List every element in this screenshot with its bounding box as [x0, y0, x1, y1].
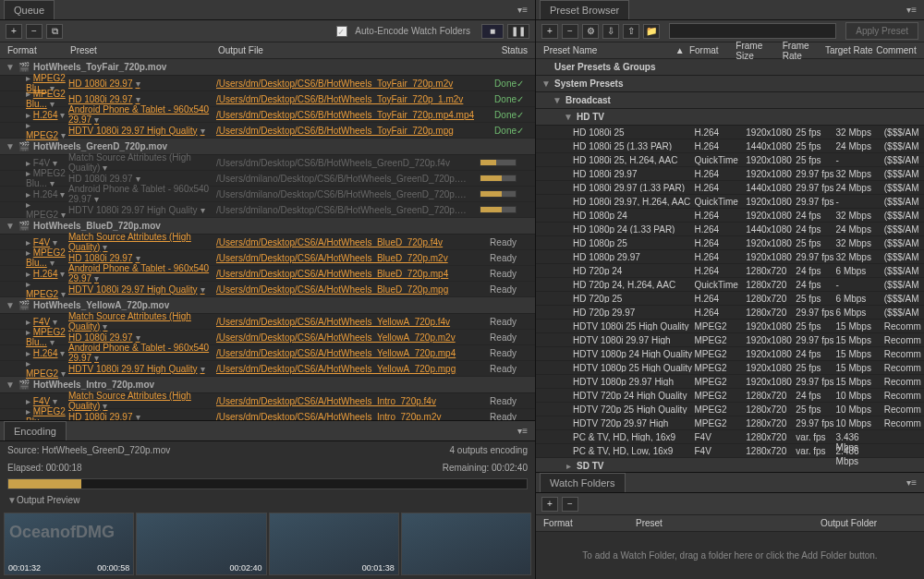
queue-row[interactable]: ▸ H.264▾Android Phone & Tablet - 960x540…: [0, 187, 535, 202]
preset-row[interactable]: HD 1080p 24 (1.33 PAR)H.2641440x108024 f…: [536, 223, 924, 236]
preset-row[interactable]: HDTV 1080i 25 High QualityMPEG21920x1080…: [536, 320, 924, 333]
queue-row[interactable]: ▸ F4V▾Match Source Attributes (High Qual…: [0, 235, 535, 250]
preset-row[interactable]: HDTV 1080p 25 High QualityMPEG21920x1080…: [536, 361, 924, 375]
preview-thumbnail: 00:01:3200:00:58: [4, 513, 134, 575]
preset-row[interactable]: HD 1080i 29.97, H.264, AAC 48kHzQuickTim…: [536, 195, 924, 209]
queue-list[interactable]: ▼🎬HotWheels_ToyFair_720p.mov▸ MPEG2 Blu.…: [0, 59, 535, 420]
group-name[interactable]: HotWheels_YellowA_720p.mov: [33, 300, 169, 310]
queue-row[interactable]: ▸ H.264▾Android Phone & Tablet - 960x540…: [0, 266, 535, 282]
preset-folder-button[interactable]: 📁: [643, 24, 660, 39]
preset-row[interactable]: PC & TV, HD, Low, 16x9F4V1280x720var. fp…: [536, 444, 924, 458]
encoding-tab[interactable]: Encoding: [4, 421, 67, 440]
queue-row[interactable]: ▸ MPEG2 Blu...▾HD 1080i 29.97▾/Users/dm/…: [0, 76, 535, 91]
col-preset: Preset: [636, 518, 821, 528]
queue-row[interactable]: ▸ F4V▾Match Source Attributes (High Qual…: [0, 314, 535, 330]
queue-row[interactable]: ▸ MPEG2▾HDTV 1080i 29.97 High Quality▾/U…: [0, 202, 535, 218]
preset-group[interactable]: ▼Broadcast: [536, 92, 924, 109]
panel-menu-icon[interactable]: ▾≡: [514, 426, 531, 436]
queue-row[interactable]: ▸ F4V▾Match Source Attributes (High Qual…: [0, 155, 535, 171]
add-source-button[interactable]: +: [6, 24, 22, 39]
apply-preset-button[interactable]: Apply Preset: [845, 22, 918, 40]
preset-search-input[interactable]: [669, 23, 836, 39]
auto-encode-label: Auto-Encode Watch Folders: [355, 26, 470, 36]
encoding-source: Source: HotWheels_GreenD_720p.mov: [7, 445, 170, 455]
queue-row[interactable]: ▸ MPEG2▾HDTV 1080i 29.97 High Quality▾/U…: [0, 123, 535, 139]
preset-group[interactable]: ▼HD TV: [536, 109, 924, 126]
preset-row[interactable]: HDTV 720p 25 High QualityMPEG21280x72025…: [536, 403, 924, 416]
preset-row[interactable]: PC & TV, HD, High, 16x9F4V1280x720var. f…: [536, 430, 924, 444]
col-output-folder: Output Folder: [821, 518, 877, 528]
new-preset-button[interactable]: +: [541, 24, 558, 39]
preset-row[interactable]: HDTV 1080p 29.97 High QualityMPEG21920x1…: [536, 375, 924, 389]
twisty-icon[interactable]: ▼: [6, 62, 15, 72]
preset-row[interactable]: HD 1080p 29.97H.2641920x108029.97 fps32 …: [536, 250, 924, 264]
preset-row[interactable]: HDTV 720p 24 High QualityMPEG21280x72024…: [536, 389, 924, 403]
twisty-icon[interactable]: ▼: [6, 300, 15, 310]
watch-empty-message: To add a Watch Folder, drag a folder her…: [536, 532, 924, 579]
panel-menu-icon[interactable]: ▾≡: [903, 5, 920, 15]
queue-row[interactable]: ▸ MPEG2▾HDTV 1080i 29.97 High Quality▾/U…: [0, 361, 535, 377]
preset-group[interactable]: ▼System Presets: [536, 76, 924, 92]
preset-group[interactable]: User Presets & Groups: [536, 59, 924, 76]
remove-button[interactable]: −: [26, 24, 43, 39]
col-format: Format: [543, 518, 636, 528]
preset-list[interactable]: User Presets & Groups▼System Presets▼Bro…: [536, 59, 924, 472]
preset-row[interactable]: HD 720p 24H.2641280x72024 fps6 Mbps($$$/…: [536, 264, 924, 278]
export-preset-button[interactable]: ⇧: [623, 24, 639, 39]
duplicate-button[interactable]: ⧉: [46, 24, 63, 39]
import-preset-button[interactable]: ⇩: [602, 24, 619, 39]
preset-row[interactable]: HD 720p 24, H.264, AAC 48kHzQuickTime128…: [536, 278, 924, 292]
queue-tab[interactable]: Queue: [4, 0, 55, 19]
remove-watch-button[interactable]: −: [562, 497, 578, 512]
output-preview-label[interactable]: Output Preview: [17, 495, 79, 505]
auto-encode-checkbox[interactable]: ✓: [336, 26, 347, 37]
queue-row[interactable]: ▸ F4V▾Match Source Attributes (High Qual…: [0, 393, 535, 409]
group-name[interactable]: HotWheels_Intro_720p.mov: [33, 380, 154, 390]
preset-row[interactable]: HD 1080i 29.97 (1.33 PAR)H.2641440x10802…: [536, 181, 924, 195]
queue-row[interactable]: ▸ H.264▾Android Phone & Tablet - 960x540…: [0, 345, 535, 361]
delete-preset-button[interactable]: −: [562, 24, 578, 39]
twisty-icon[interactable]: ▼: [6, 141, 15, 151]
col-preset: Preset: [70, 45, 218, 55]
queue-row[interactable]: ▸ H.264▾Android Phone & Tablet - 960x540…: [0, 107, 535, 123]
twisty-icon[interactable]: ▼: [6, 380, 15, 390]
preset-row[interactable]: HD 1080p 24H.2641920x108024 fps32 Mbps($…: [536, 209, 924, 223]
panel-menu-icon[interactable]: ▾≡: [903, 477, 920, 488]
col-output: Output File: [218, 45, 481, 55]
queue-row[interactable]: ▸ MPEG2▾HDTV 1080i 29.97 High Quality▾/U…: [0, 282, 535, 297]
pause-button[interactable]: ❚❚: [507, 24, 529, 39]
preset-row[interactable]: HD 1080i 25 (1.33 PAR)H.2641440x108025 f…: [536, 139, 924, 153]
queue-row[interactable]: ▸ MPEG2 Blu...▾HD 1080i 29.97▾/Users/dm/…: [0, 409, 535, 420]
preview-thumbnail: 00:02:40: [136, 513, 266, 575]
group-name[interactable]: HotWheels_ToyFair_720p.mov: [33, 62, 166, 72]
preset-row[interactable]: HD 1080p 25H.2641920x108025 fps32 Mbps($…: [536, 236, 924, 250]
preset-row[interactable]: HD 1080i 25, H.264, AAC 48kHzQuickTime19…: [536, 153, 924, 167]
add-watch-button[interactable]: +: [541, 497, 558, 512]
preset-row[interactable]: HDTV 720p 29.97 High QualityMPEG21280x72…: [536, 416, 924, 430]
col-framesize: Frame Size: [736, 41, 782, 61]
twisty-icon[interactable]: ▼: [6, 221, 15, 231]
col-target: Target Rate: [825, 45, 876, 55]
preview-thumbnail: 00:01:38: [269, 513, 399, 575]
preview-thumbnail: [401, 513, 531, 575]
panel-menu-icon[interactable]: ▾≡: [514, 5, 531, 15]
col-format: Format: [7, 45, 70, 55]
preset-row[interactable]: HDTV 1080p 24 High QualityMPEG21920x1080…: [536, 347, 924, 361]
preset-row[interactable]: HD 1080i 25H.2641920x108025 fps32 Mbps($…: [536, 126, 924, 139]
col-status: Status: [481, 45, 528, 55]
encoding-progress: [7, 478, 528, 489]
preset-row[interactable]: HD 1080i 29.97H.2641920x108029.97 fps32 …: [536, 167, 924, 181]
preset-settings-button[interactable]: ⚙: [582, 24, 599, 39]
watch-folders-tab[interactable]: Watch Folders: [540, 473, 626, 492]
group-name[interactable]: HotWheels_GreenD_720p.mov: [33, 141, 167, 151]
remaining-label: Remaining: 00:02:40: [443, 463, 528, 473]
col-preset-name: Preset Name: [543, 45, 675, 55]
preset-row[interactable]: HD 720p 29.97H.2641280x72029.97 fps6 Mbp…: [536, 306, 924, 320]
group-name[interactable]: HotWheels_BlueD_720p.mov: [33, 221, 161, 231]
preset-group[interactable]: ▸SD TV: [536, 458, 924, 472]
preset-row[interactable]: HDTV 1080i 29.97 High QualityMPEG21920x1…: [536, 333, 924, 347]
stop-button[interactable]: ■: [481, 24, 504, 39]
preset-row[interactable]: HD 720p 25H.2641280x72025 fps6 Mbps($$$/…: [536, 292, 924, 306]
col-framerate: Frame Rate: [783, 41, 825, 61]
preset-browser-tab[interactable]: Preset Browser: [540, 0, 629, 19]
